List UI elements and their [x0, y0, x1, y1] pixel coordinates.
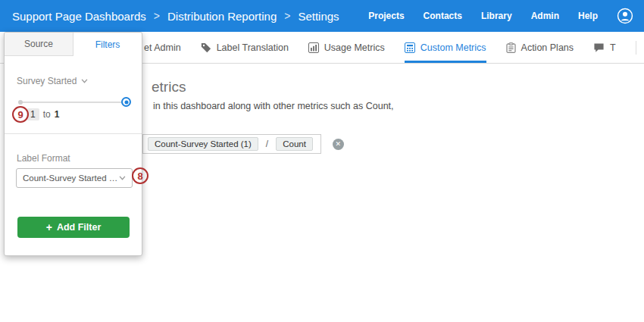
nav-library[interactable]: Library — [481, 11, 512, 21]
tab-ticketing-truncated[interactable]: T — [593, 32, 616, 63]
top-nav-bar: Support Page Dashboards > Distribution R… — [0, 0, 644, 32]
tab-label-translation[interactable]: Label Translation — [201, 32, 289, 63]
label-format-dropdown[interactable]: Count-Survey Started (1) — [16, 168, 133, 188]
slider-track[interactable] — [19, 102, 128, 103]
tab-source[interactable]: Source — [5, 33, 73, 56]
slider-start-dot — [18, 100, 23, 105]
nav-help[interactable]: Help — [578, 11, 598, 21]
breadcrumb: Support Page Dashboards > Distribution R… — [12, 10, 339, 23]
page-description: in this dashboard along with other metri… — [153, 101, 394, 111]
global-nav: Projects Contacts Library Admin Help — [368, 8, 633, 24]
tab-label: et Admin — [144, 42, 181, 53]
nav-projects[interactable]: Projects — [368, 11, 404, 21]
bar-chart-icon — [308, 42, 319, 53]
formula-operand-right[interactable]: Count — [276, 137, 313, 151]
toolbar-right-group — [636, 32, 644, 63]
nav-contacts[interactable]: Contacts — [424, 11, 462, 21]
clipboard-icon — [506, 42, 516, 53]
chevron-down-icon — [119, 176, 126, 180]
formula-operand-left[interactable]: Count-Survey Started (1) — [148, 137, 258, 151]
tab-admin-truncated[interactable]: et Admin — [144, 32, 181, 63]
tab-label: Label Translation — [217, 42, 289, 53]
remove-metric-icon[interactable]: ✕ — [333, 139, 344, 150]
breadcrumb-support-page-dashboards[interactable]: Support Page Dashboards — [12, 10, 146, 23]
range-slider[interactable] — [19, 97, 128, 108]
panel-tabs: Source Filters — [5, 33, 142, 56]
custom-metric-row: Count-Survey Started (1) / Count ✕ — [142, 134, 344, 154]
tag-icon — [201, 42, 211, 53]
breadcrumb-separator: > — [284, 10, 290, 22]
annotation-step-9: 9 — [12, 106, 29, 123]
tab-action-plans[interactable]: Action Plans — [506, 32, 574, 63]
slider-handle[interactable] — [121, 97, 131, 107]
add-filter-label: Add Filter — [57, 222, 101, 233]
toolbar-divider — [636, 41, 636, 55]
app-window: Support Page Dashboards > Distribution R… — [0, 0, 644, 322]
metric-formula-field[interactable]: Count-Survey Started (1) / Count — [142, 134, 321, 154]
tab-filters[interactable]: Filters — [73, 33, 142, 56]
tab-label: Custom Metrics — [420, 42, 486, 53]
tab-label: Usage Metrics — [324, 42, 385, 53]
chevron-down-icon — [81, 79, 88, 83]
formula-operator: / — [266, 139, 268, 149]
calculator-icon — [405, 42, 415, 53]
tab-custom-metrics[interactable]: Custom Metrics — [405, 32, 486, 63]
tab-label: Action Plans — [521, 42, 574, 53]
label-format-value: Count-Survey Started (1) — [23, 174, 119, 183]
range-values: 1 to 1 — [27, 108, 59, 120]
range-connector: to — [43, 109, 51, 120]
nav-admin[interactable]: Admin — [531, 11, 559, 21]
filter-field-dropdown[interactable]: Survey Started — [17, 76, 88, 86]
add-filter-button[interactable]: + Add Filter — [17, 217, 130, 238]
filter-panel: Source Filters Survey Started 1 to 1 Lab… — [4, 32, 142, 256]
tab-usage-metrics[interactable]: Usage Metrics — [308, 32, 385, 63]
breadcrumb-separator: > — [154, 10, 160, 22]
panel-divider — [5, 133, 142, 134]
user-account-icon[interactable] — [617, 8, 633, 24]
breadcrumb-distribution-reporting[interactable]: Distribution Reporting — [167, 10, 277, 23]
tab-label: T — [610, 42, 616, 53]
range-to-value: 1 — [55, 109, 60, 120]
page-title: etrics — [152, 79, 186, 95]
plus-icon: + — [46, 221, 52, 233]
label-format-label: Label Format — [17, 153, 70, 164]
filter-field-label: Survey Started — [17, 76, 77, 86]
annotation-step-8: 8 — [132, 167, 148, 184]
breadcrumb-settings[interactable]: Settings — [298, 10, 339, 23]
chat-icon — [593, 42, 605, 53]
